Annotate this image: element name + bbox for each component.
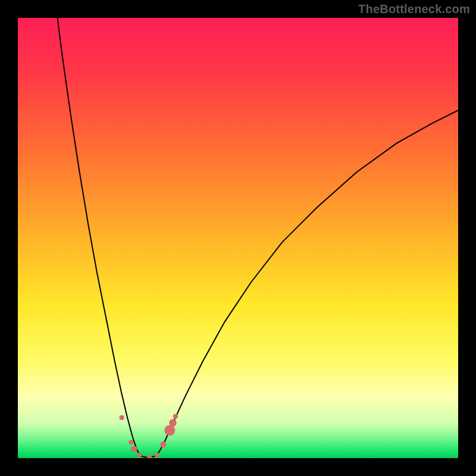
data-marker xyxy=(155,453,159,458)
data-marker xyxy=(169,419,177,427)
chart-frame: TheBottleneck.com xyxy=(0,0,476,476)
gradient-background xyxy=(18,18,458,458)
data-marker xyxy=(160,441,166,447)
data-marker xyxy=(131,446,137,452)
data-marker xyxy=(129,440,133,444)
bottleneck-chart-svg xyxy=(18,18,458,458)
watermark-label: TheBottleneck.com xyxy=(358,2,470,16)
plot-area xyxy=(18,18,458,458)
data-marker xyxy=(120,415,124,420)
data-marker xyxy=(173,414,178,419)
data-marker xyxy=(164,425,175,436)
data-marker xyxy=(137,453,142,458)
